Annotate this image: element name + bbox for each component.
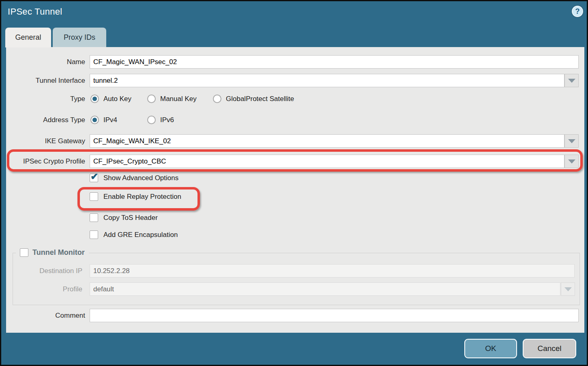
comment-input[interactable]	[90, 309, 579, 322]
destination-ip-label: Destination IP	[6, 264, 82, 278]
checkbox-add-gre-encapsulation[interactable]	[90, 230, 98, 239]
radio-globalprotect-satellite-label[interactable]: GlobalProtect Satellite	[226, 94, 294, 104]
chevron-down-icon	[568, 79, 575, 83]
tunnel-interface-dropdown-button[interactable]	[564, 74, 579, 87]
tunnel-interface-input[interactable]	[90, 74, 564, 87]
destination-ip-input	[90, 264, 575, 278]
chevron-down-icon	[568, 139, 575, 143]
profile-label: Profile	[6, 282, 82, 296]
chevron-down-icon	[568, 159, 575, 164]
dialog-title: IPSec Tunnel	[8, 6, 62, 17]
ipsec-crypto-profile-input[interactable]	[90, 155, 564, 168]
radio-manual-key-label[interactable]: Manual Key	[160, 94, 197, 104]
checkbox-tunnel-monitor[interactable]	[20, 248, 28, 257]
help-icon[interactable]: ?	[572, 6, 583, 17]
general-tab-panel: Name Tunnel Interface Type Auto Key Manu…	[6, 47, 584, 333]
tunnel-monitor-legend: Tunnel Monitor	[16, 247, 89, 258]
tab-proxy-ids[interactable]: Proxy IDs	[53, 28, 106, 47]
ike-gateway-input[interactable]	[90, 134, 564, 148]
tab-general[interactable]: General	[5, 28, 51, 47]
radio-globalprotect-satellite[interactable]	[213, 95, 221, 103]
radio-auto-key[interactable]	[90, 95, 99, 103]
name-label: Name	[6, 55, 85, 69]
chevron-down-icon	[564, 287, 572, 291]
checkbox-show-advanced-options-label[interactable]: Show Advanced Options	[103, 174, 178, 183]
checkbox-copy-tos-header-label[interactable]: Copy ToS Header	[103, 213, 158, 222]
tunnel-monitor-fieldset	[13, 253, 580, 305]
ipsec-crypto-profile-label: IPSec Crypto Profile	[6, 155, 85, 168]
checkbox-show-advanced-options[interactable]	[90, 174, 98, 182]
checkbox-copy-tos-header[interactable]	[90, 213, 98, 222]
name-input[interactable]	[90, 55, 579, 69]
tunnel-interface-label: Tunnel Interface	[6, 74, 85, 87]
radio-ipv6[interactable]	[147, 116, 156, 124]
ipsec-crypto-profile-dropdown-button[interactable]	[564, 155, 579, 168]
ipsec-tunnel-dialog: IPSec Tunnel ? General Proxy IDs Name Tu…	[0, 0, 588, 366]
address-type-label: Address Type	[6, 113, 85, 127]
radio-ipv4[interactable]	[90, 116, 99, 124]
ike-gateway-dropdown-button[interactable]	[564, 134, 579, 148]
cancel-button[interactable]: Cancel	[523, 339, 576, 358]
tunnel-monitor-label[interactable]: Tunnel Monitor	[32, 248, 85, 257]
comment-label: Comment	[6, 309, 85, 322]
checkbox-add-gre-encapsulation-label[interactable]: Add GRE Encapsulation	[103, 230, 178, 239]
type-label: Type	[6, 92, 85, 105]
checkbox-enable-replay-protection-label[interactable]: Enable Replay Protection	[103, 192, 181, 201]
ok-button[interactable]: OK	[464, 339, 517, 358]
profile-dropdown-button	[561, 282, 575, 296]
radio-auto-key-label[interactable]: Auto Key	[103, 94, 131, 104]
radio-ipv4-label[interactable]: IPv4	[103, 115, 117, 125]
profile-input	[90, 282, 560, 296]
radio-manual-key[interactable]	[147, 95, 156, 103]
checkbox-enable-replay-protection[interactable]	[90, 192, 98, 201]
ike-gateway-label: IKE Gateway	[6, 134, 85, 148]
radio-ipv6-label[interactable]: IPv6	[160, 115, 174, 125]
